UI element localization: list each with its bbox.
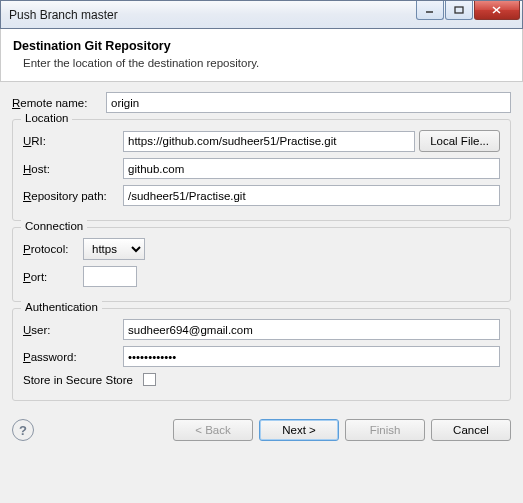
uri-input[interactable] xyxy=(123,131,415,152)
password-label: Password: xyxy=(23,351,123,363)
protocol-label: Protocol: xyxy=(23,243,83,255)
repo-path-input[interactable] xyxy=(123,185,500,206)
cancel-button[interactable]: Cancel xyxy=(431,419,511,441)
connection-group: Connection Protocol: https Port: xyxy=(12,227,511,302)
maximize-button[interactable] xyxy=(445,1,473,20)
secure-store-checkbox[interactable] xyxy=(143,373,156,386)
secure-store-label: Store in Secure Store xyxy=(23,374,143,386)
remote-name-input[interactable] xyxy=(106,92,511,113)
minimize-button[interactable] xyxy=(416,1,444,20)
content-area: Remote name: Location URI: Local File...… xyxy=(0,82,523,411)
titlebar: Push Branch master xyxy=(0,0,523,29)
page-description: Enter the location of the destination re… xyxy=(13,57,510,69)
repo-path-label: Repository path: xyxy=(23,190,123,202)
location-group: Location URI: Local File... Host: Reposi… xyxy=(12,119,511,221)
remote-name-label: Remote name: xyxy=(12,97,106,109)
password-input[interactable] xyxy=(123,346,500,367)
port-input[interactable] xyxy=(83,266,137,287)
user-input[interactable] xyxy=(123,319,500,340)
wizard-header: Destination Git Repository Enter the loc… xyxy=(0,29,523,82)
host-label: Host: xyxy=(23,163,123,175)
back-button: < Back xyxy=(173,419,253,441)
window-title: Push Branch master xyxy=(9,8,118,22)
help-icon[interactable]: ? xyxy=(12,419,34,441)
auth-group-title: Authentication xyxy=(21,301,102,313)
svg-rect-1 xyxy=(455,7,463,13)
window-controls xyxy=(415,1,520,20)
finish-button: Finish xyxy=(345,419,425,441)
close-button[interactable] xyxy=(474,1,520,20)
next-button[interactable]: Next > xyxy=(259,419,339,441)
connection-group-title: Connection xyxy=(21,220,87,232)
protocol-select[interactable]: https xyxy=(83,238,145,260)
local-file-button[interactable]: Local File... xyxy=(419,130,500,152)
button-bar: ? < Back Next > Finish Cancel xyxy=(0,411,523,451)
user-label: User: xyxy=(23,324,123,336)
port-label: Port: xyxy=(23,271,83,283)
auth-group: Authentication User: Password: Store in … xyxy=(12,308,511,401)
page-title: Destination Git Repository xyxy=(13,39,510,53)
uri-label: URI: xyxy=(23,135,123,147)
host-input[interactable] xyxy=(123,158,500,179)
location-group-title: Location xyxy=(21,112,72,124)
